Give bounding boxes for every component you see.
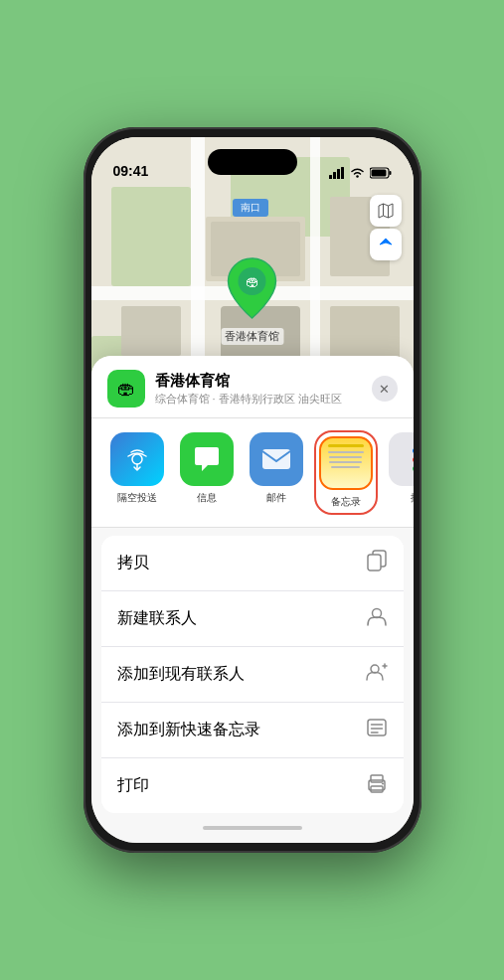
action-print[interactable]: 打印 [101, 758, 404, 813]
action-print-label: 打印 [117, 775, 149, 796]
airdrop-label: 隔空投送 [117, 491, 157, 505]
status-time: 09:41 [113, 163, 149, 179]
messages-icon [180, 432, 234, 486]
airdrop-icon [110, 432, 164, 486]
mail-label: 邮件 [266, 491, 286, 505]
svg-rect-31 [368, 555, 381, 571]
location-arrow-icon [378, 237, 394, 252]
map-view-toggle[interactable] [370, 195, 402, 227]
map-north-label: 南口 [233, 199, 268, 217]
share-item-mail[interactable]: 邮件 [247, 432, 306, 513]
action-new-contact[interactable]: 新建联系人 [101, 591, 404, 647]
home-indicator [203, 826, 302, 830]
wifi-icon [350, 167, 365, 179]
messages-label: 信息 [197, 491, 217, 505]
mail-icon [250, 432, 303, 486]
phone-frame: 09:41 [84, 127, 421, 853]
notes-icon [319, 436, 373, 490]
venue-info: 香港体育馆 综合体育馆 · 香港特别行政区 油尖旺区 [155, 372, 372, 407]
print-icon [366, 772, 388, 799]
svg-rect-1 [333, 172, 336, 179]
svg-text:🏟: 🏟 [246, 273, 259, 289]
add-contact-icon [366, 661, 388, 688]
pin-svg: 🏟 [225, 256, 280, 320]
new-contact-icon [366, 605, 388, 632]
svg-rect-8 [111, 187, 191, 286]
share-item-airdrop[interactable]: 隔空投送 [107, 432, 167, 513]
svg-point-32 [372, 609, 381, 618]
action-add-contact[interactable]: 添加到现有联系人 [101, 647, 404, 703]
share-item-notes[interactable]: 备忘录 [316, 432, 376, 513]
venue-desc: 综合体育馆 · 香港特别行政区 油尖旺区 [155, 392, 372, 407]
svg-rect-41 [371, 775, 383, 782]
svg-rect-0 [329, 175, 332, 179]
action-copy-label: 拷贝 [117, 553, 149, 573]
svg-rect-29 [262, 449, 290, 469]
pin-label: 香港体育馆 [221, 328, 283, 345]
svg-rect-19 [121, 306, 181, 356]
phone-screen: 09:41 [91, 137, 414, 843]
venue-icon: 🏟 [107, 370, 145, 408]
location-btn[interactable] [370, 229, 402, 260]
action-new-contact-label: 新建联系人 [117, 608, 197, 629]
svg-rect-3 [341, 167, 344, 179]
notes-label: 备忘录 [331, 495, 361, 509]
action-list: 拷贝 新建联系人 [101, 536, 404, 813]
quick-note-icon [366, 717, 388, 743]
sheet-header: 🏟 香港体育馆 综合体育馆 · 香港特别行政区 油尖旺区 ✕ [91, 356, 414, 418]
action-add-contact-label: 添加到现有联系人 [117, 664, 245, 685]
more-label: 推 [411, 491, 414, 505]
share-row: 隔空投送 信息 [91, 418, 414, 528]
svg-point-43 [382, 783, 384, 785]
action-quick-note[interactable]: 添加到新快速备忘录 [101, 703, 404, 758]
status-icons [329, 167, 392, 179]
venue-name: 香港体育馆 [155, 372, 372, 391]
copy-icon [366, 550, 388, 576]
share-item-messages[interactable]: 信息 [177, 432, 237, 513]
more-icon [389, 432, 414, 486]
location-pin: 🏟 香港体育馆 [221, 256, 283, 345]
share-item-more[interactable]: 推 [386, 432, 414, 513]
svg-point-27 [132, 454, 142, 464]
map-controls[interactable] [370, 195, 402, 260]
close-button[interactable]: ✕ [372, 376, 398, 402]
svg-rect-2 [337, 169, 340, 179]
svg-rect-5 [389, 171, 391, 175]
dynamic-island [208, 149, 297, 175]
map-icon [378, 203, 394, 219]
bottom-sheet: 🏟 香港体育馆 综合体育馆 · 香港特别行政区 油尖旺区 ✕ [91, 356, 414, 843]
home-indicator-area [91, 813, 414, 843]
battery-icon [370, 167, 392, 179]
svg-rect-6 [371, 170, 386, 177]
action-copy[interactable]: 拷贝 [101, 536, 404, 591]
svg-rect-42 [371, 786, 383, 792]
signal-icon [329, 167, 345, 179]
action-quick-note-label: 添加到新快速备忘录 [117, 720, 260, 740]
